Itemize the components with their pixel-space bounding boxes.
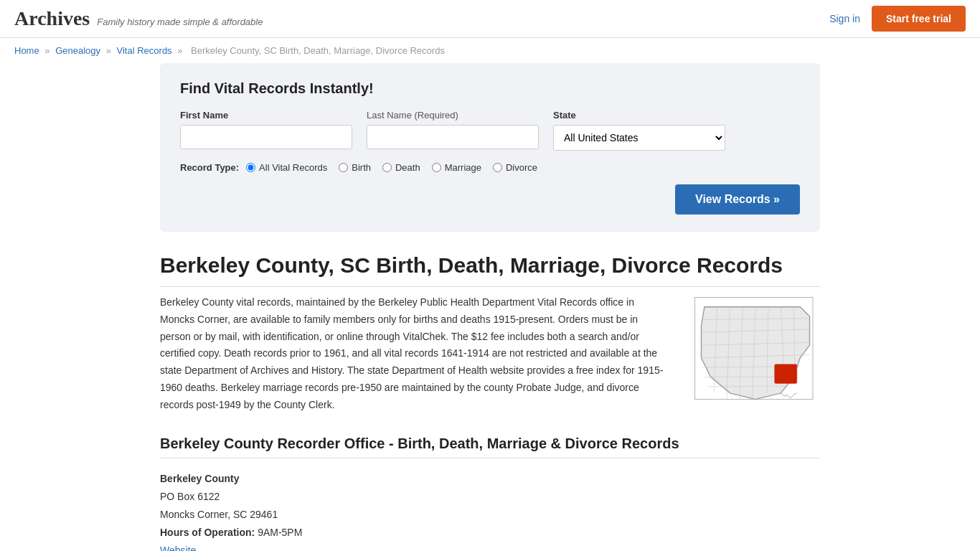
radio-all-vital-label: All Vital Records [259,162,327,173]
breadcrumb-current: Berkeley County, SC Birth, Death, Marria… [191,45,445,56]
breadcrumb-home[interactable]: Home [14,45,39,56]
radio-all-vital[interactable]: All Vital Records [246,162,327,173]
address-line1: PO Box 6122 [160,488,820,506]
breadcrumb-sep2: » [106,45,111,56]
sc-map [691,294,820,409]
radio-all-vital-input[interactable] [246,163,255,172]
sign-in-link[interactable]: Sign in [829,13,860,24]
start-trial-button[interactable]: Start free trial [872,6,966,32]
radio-birth-input[interactable] [339,163,348,172]
state-group: State All United States [553,110,725,151]
header: Archives Family history made simple & af… [0,0,980,38]
radio-birth-label: Birth [352,162,371,173]
map-container [691,294,820,414]
radio-marriage-label: Marriage [445,162,481,173]
main-content: Find Vital Records Instantly! First Name… [146,63,834,551]
state-select[interactable]: All United States [553,125,725,151]
sub-heading: Berkeley County Recorder Office - Birth,… [160,435,820,458]
address-name: Berkeley County [160,470,820,488]
last-name-group: Last Name (Required) [367,110,539,151]
page-description: Berkeley County vital records, maintaine… [160,294,669,414]
record-type-label: Record Type: [180,162,239,173]
address-line2: Moncks Corner, SC 29461 [160,506,820,524]
radio-death-input[interactable] [382,163,392,172]
radio-divorce-label: Divorce [506,162,537,173]
radio-death-label: Death [395,162,420,173]
search-title: Find Vital Records Instantly! [180,80,800,97]
search-box: Find Vital Records Instantly! First Name… [160,63,820,232]
page-title: Berkeley County, SC Birth, Death, Marria… [160,253,820,287]
first-name-label: First Name [180,110,352,121]
radio-divorce[interactable]: Divorce [493,162,537,173]
search-fields: First Name Last Name (Required) State Al… [180,110,800,151]
state-label: State [553,110,725,121]
breadcrumb-vital-records[interactable]: Vital Records [117,45,172,56]
address-block: Berkeley County PO Box 6122 Moncks Corne… [160,470,820,551]
first-name-input[interactable] [180,125,352,149]
radio-group: All Vital Records Birth Death Marriage D… [246,162,537,173]
breadcrumb-sep3: » [177,45,182,56]
hours-row: Hours of Operation: 9AM-5PM [160,524,820,542]
archives-logo: Archives [14,7,90,30]
breadcrumb: Home » Genealogy » Vital Records » Berke… [0,38,980,63]
search-btn-row: View Records » [180,184,800,215]
first-name-group: First Name [180,110,352,151]
logo-tagline: Family history made simple & affordable [97,17,263,27]
radio-birth[interactable]: Birth [339,162,371,173]
last-name-label: Last Name (Required) [367,110,539,121]
svg-rect-15 [775,364,797,384]
content-section: Berkeley County vital records, maintaine… [160,294,820,414]
header-right: Sign in Start free trial [829,6,966,32]
header-left: Archives Family history made simple & af… [14,7,263,30]
radio-marriage[interactable]: Marriage [432,162,481,173]
record-type-row: Record Type: All Vital Records Birth Dea… [180,162,800,173]
last-name-input[interactable] [367,125,539,149]
radio-divorce-input[interactable] [493,163,502,172]
breadcrumb-genealogy[interactable]: Genealogy [55,45,100,56]
hours-label: Hours of Operation: [160,527,255,538]
radio-death[interactable]: Death [382,162,420,173]
hours-value: 9AM-5PM [258,527,302,538]
radio-marriage-input[interactable] [432,163,441,172]
view-records-button[interactable]: View Records » [675,184,800,215]
website-link[interactable]: Website [160,545,196,551]
breadcrumb-sep1: » [44,45,50,56]
